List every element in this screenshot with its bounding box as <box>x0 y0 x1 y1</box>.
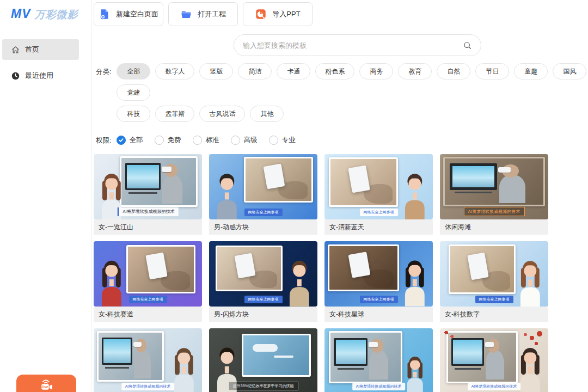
template-thumbnail: AI将梦境转换成视频的技术 <box>94 328 202 392</box>
open-project-button[interactable]: 打开工程 <box>168 2 238 26</box>
radio-icon <box>155 136 164 145</box>
category-chip[interactable]: 竖版 <box>199 63 233 79</box>
radio-icon <box>117 136 126 145</box>
search-input[interactable] <box>243 41 463 50</box>
toolbar: 新建空白页面 打开工程 导入PPT <box>94 2 588 26</box>
template-title: 男-闪烁方块 <box>209 307 317 322</box>
thumbnail-photo <box>126 245 195 293</box>
template-card[interactable]: 网络安全上网事项 男-闪烁方块 <box>209 241 317 322</box>
template-card[interactable]: AI将梦境转换成视频的技术 休闲海滩 <box>440 154 548 235</box>
category-chip[interactable]: 全部 <box>117 63 150 79</box>
sidebar-item-label: 首页 <box>25 45 39 54</box>
permission-option-label: 高级 <box>243 136 257 145</box>
category-chip[interactable]: 粉色系 <box>315 63 354 79</box>
permission-filter-label: 权限: <box>96 136 111 145</box>
template-card[interactable]: AI将梦境转换成视频的技术 <box>324 328 433 392</box>
permission-option[interactable]: 标准 <box>193 136 219 145</box>
thumbnail-photo <box>443 157 545 206</box>
permission-option-label: 标准 <box>205 136 219 145</box>
template-thumbnail: 提升35%记忆效率在梦中学习的技能 <box>209 328 317 392</box>
thumbnail-photo <box>329 331 402 383</box>
clock-icon <box>11 71 20 81</box>
sidebar: MV 万彩微影 首页 最近使用 liv <box>0 0 91 392</box>
template-title: 女-科技星球 <box>324 307 433 322</box>
presenter-avatar <box>211 163 243 219</box>
template-thumbnail: 网络安全上网事项 <box>94 241 202 307</box>
permission-option[interactable]: 高级 <box>231 136 257 145</box>
template-title: 女-清新蓝天 <box>324 219 433 235</box>
logo-name: 万彩微影 <box>35 8 78 22</box>
template-card[interactable]: AI将梦境转换成视频的技术 <box>440 328 548 392</box>
search-area <box>234 34 481 56</box>
category-chip[interactable]: 数字人 <box>155 63 194 79</box>
permission-option[interactable]: 专业 <box>269 136 295 145</box>
permission-option[interactable]: 免费 <box>155 136 181 145</box>
search-bar[interactable] <box>234 34 481 56</box>
category-chip[interactable]: 教育 <box>398 63 432 79</box>
category-chip[interactable]: 其他 <box>250 106 284 122</box>
template-thumbnail: 网络安全上网事项 <box>440 241 548 307</box>
category-chip[interactable]: 商务 <box>359 63 393 79</box>
new-file-icon <box>99 8 111 20</box>
svg-text:live: live <box>42 385 48 389</box>
permission-option-label: 全部 <box>129 136 143 145</box>
search-icon[interactable] <box>463 41 472 50</box>
presenter-avatar <box>95 252 128 307</box>
template-card[interactable]: 网络安全上网事项 女-科技数字 <box>440 241 548 322</box>
caption-text: 网络安全上网事项 <box>129 296 167 304</box>
template-card[interactable]: AI将梦境转换成视频的技术 <box>94 328 202 392</box>
template-card[interactable]: 网络安全上网事项 女-科技赛道 <box>94 241 202 322</box>
presenter-avatar <box>283 252 316 307</box>
category-filter: 分类: 全部数字人竖版简洁卡通粉色系商务教育自然节日童趣国风党建科技孟菲斯古风说… <box>94 63 588 127</box>
category-chip[interactable]: 党建 <box>117 84 150 101</box>
template-title: 女-一览江山 <box>94 219 202 235</box>
category-chip[interactable]: 童趣 <box>514 63 548 79</box>
toolbar-button-label: 新建空白页面 <box>116 9 158 19</box>
sidebar-item-recent[interactable]: 最近使用 <box>2 65 79 86</box>
category-chip-list: 全部数字人竖版简洁卡通粉色系商务教育自然节日童趣国风党建科技孟菲斯古风说话其他 <box>117 63 588 127</box>
home-icon <box>11 45 20 54</box>
live-button[interactable]: live <box>16 375 76 392</box>
thumbnail-photo <box>449 244 516 294</box>
category-chip[interactable]: 简洁 <box>238 63 272 79</box>
category-chip[interactable]: 古风说话 <box>199 106 245 122</box>
radio-icon <box>193 136 202 145</box>
permission-option[interactable]: 全部 <box>117 136 143 145</box>
template-grid: AI将梦境转换成视频的技术 女-一览江山 网络安全上网事项 男-动感方块 <box>94 154 588 392</box>
sidebar-item-home[interactable]: 首页 <box>2 39 79 60</box>
template-thumbnail: 网络安全上网事项 <box>324 241 433 307</box>
caption-text: AI将梦境转换成视频的技术 <box>121 383 175 391</box>
caption-text: 网络安全上网事项 <box>244 209 283 217</box>
template-card[interactable]: 网络安全上网事项 女-科技星球 <box>324 241 433 322</box>
open-folder-icon <box>180 8 192 20</box>
category-filter-label: 分类: <box>96 68 111 127</box>
caption-text: AI将梦境转换成视频的技术 <box>463 207 524 216</box>
import-ppt-button[interactable]: 导入PPT <box>243 2 313 26</box>
category-chip[interactable]: 卡通 <box>277 63 310 79</box>
caption-text: AI将梦境转换成视频的技术 <box>468 383 521 391</box>
template-card[interactable]: AI将梦境转换成视频的技术 女-一览江山 <box>94 154 202 235</box>
template-card[interactable]: 网络安全上网事项 女-清新蓝天 <box>324 154 433 235</box>
thumbnail-photo <box>329 157 398 207</box>
category-chip[interactable]: 节日 <box>475 63 509 79</box>
category-chip[interactable]: 科技 <box>117 106 150 122</box>
category-chip[interactable]: 国风 <box>553 63 586 79</box>
category-chip[interactable]: 自然 <box>437 63 470 79</box>
main-content: 新建空白页面 打开工程 导入PPT <box>91 0 588 392</box>
category-chip[interactable]: 孟菲斯 <box>155 106 194 122</box>
permission-option-list: 全部 免费 标准 高级 专业 <box>117 134 295 145</box>
live-camera-icon: live <box>38 377 54 392</box>
logo-mv: MV <box>11 7 31 21</box>
app-window: MV 万彩微影 首页 最近使用 liv <box>0 0 588 392</box>
template-card[interactable]: 网络安全上网事项 男-动感方块 <box>209 154 317 235</box>
thumbnail-photo <box>244 157 313 203</box>
template-card[interactable]: 提升35%记忆效率在梦中学习的技能 <box>209 328 317 392</box>
template-thumbnail: 网络安全上网事项 <box>324 154 433 219</box>
radio-icon <box>231 136 240 145</box>
thumbnail-photo <box>446 331 518 383</box>
thumbnail-photo <box>328 244 399 291</box>
template-title: 女-科技赛道 <box>94 307 202 322</box>
new-blank-page-button[interactable]: 新建空白页面 <box>94 2 163 26</box>
import-ppt-icon <box>255 8 267 20</box>
thumbnail-photo <box>97 331 164 382</box>
